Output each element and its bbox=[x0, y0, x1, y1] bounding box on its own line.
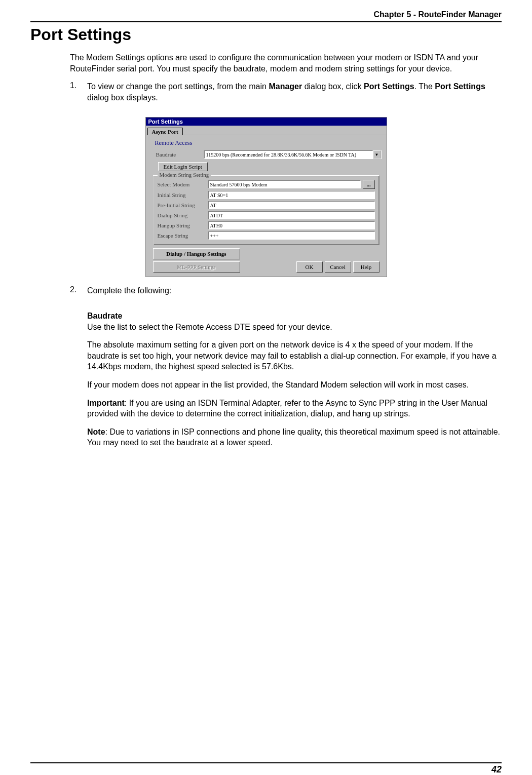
escape-string-field[interactable]: +++ bbox=[208, 231, 375, 240]
select-modem-label: Select Modem bbox=[158, 181, 208, 187]
header-rule bbox=[30, 21, 502, 22]
intro-paragraph: The Modem Settings options are used to c… bbox=[70, 52, 502, 74]
dialog-titlebar: Port Settings bbox=[146, 118, 387, 126]
step-2-number: 2. bbox=[70, 285, 87, 303]
baudrate-value: 115200 bps (Recommended for 28.8K/33.6K/… bbox=[204, 150, 373, 159]
step-1-number: 1. bbox=[70, 81, 87, 110]
step-2-text: Complete the following: bbox=[87, 285, 502, 296]
pre-initial-string-field[interactable]: AT bbox=[208, 201, 375, 209]
initial-string-label: Initial String bbox=[158, 192, 208, 198]
footer-rule bbox=[30, 762, 502, 763]
cancel-button[interactable]: Cancel bbox=[325, 261, 351, 273]
edit-login-script-button[interactable]: Edit Login Script bbox=[158, 162, 208, 171]
section-title: Port Settings bbox=[30, 25, 502, 44]
pre-initial-string-label: Pre-Initial String bbox=[158, 202, 208, 208]
page-number: 42 bbox=[30, 764, 502, 775]
note-paragraph: Note: Due to variations in ISP connectio… bbox=[87, 427, 502, 448]
step-1-text: To view or change the port settings, fro… bbox=[87, 81, 502, 103]
dialup-hangup-settings-button[interactable]: Dialup / Hangup Settings bbox=[153, 248, 240, 259]
ok-button[interactable]: OK bbox=[296, 261, 323, 273]
ml-ppp-settings-button[interactable]: ML-PPP Settings bbox=[153, 261, 240, 273]
chevron-down-icon[interactable]: ▼ bbox=[373, 150, 381, 159]
select-modem-field[interactable]: Standard 57600 bps Modem bbox=[208, 180, 361, 188]
initial-string-field[interactable]: AT S0=1 bbox=[208, 191, 375, 199]
chapter-header: Chapter 5 - RouteFinder Manager bbox=[30, 10, 502, 21]
baudrate-paragraph-3: If your modem does not appear in the lis… bbox=[87, 379, 502, 391]
tab-async-port[interactable]: Async Port bbox=[147, 128, 183, 135]
dialup-string-field[interactable]: ATDT bbox=[208, 211, 375, 219]
modem-string-legend: Modem String Setting bbox=[158, 172, 211, 178]
important-paragraph: Important: If you are using an ISDN Term… bbox=[87, 398, 502, 419]
dialog-tabbar: Async Port bbox=[146, 126, 387, 135]
baudrate-label: Baudrate bbox=[156, 151, 204, 158]
help-button[interactable]: Help bbox=[353, 261, 379, 273]
hangup-string-label: Hangup String bbox=[158, 222, 208, 228]
baudrate-paragraph-2: The absolute maximum setting for a given… bbox=[87, 339, 502, 372]
baudrate-select[interactable]: 115200 bps (Recommended for 28.8K/33.6K/… bbox=[204, 150, 382, 159]
baudrate-heading: BaudrateUse the list to select the Remot… bbox=[87, 311, 502, 332]
remote-access-label: Remote Access bbox=[155, 139, 382, 147]
dialog-title: Port Settings bbox=[148, 119, 183, 125]
modem-string-groupbox: Modem String Setting Select Modem Standa… bbox=[153, 175, 379, 245]
dialup-string-label: Dialup String bbox=[158, 212, 208, 218]
hangup-string-field[interactable]: ATH0 bbox=[208, 221, 375, 229]
browse-modem-button[interactable]: ... bbox=[363, 180, 375, 189]
port-settings-dialog: Port Settings Async Port Remote Access B… bbox=[145, 117, 387, 277]
escape-string-label: Escape String bbox=[158, 232, 208, 239]
